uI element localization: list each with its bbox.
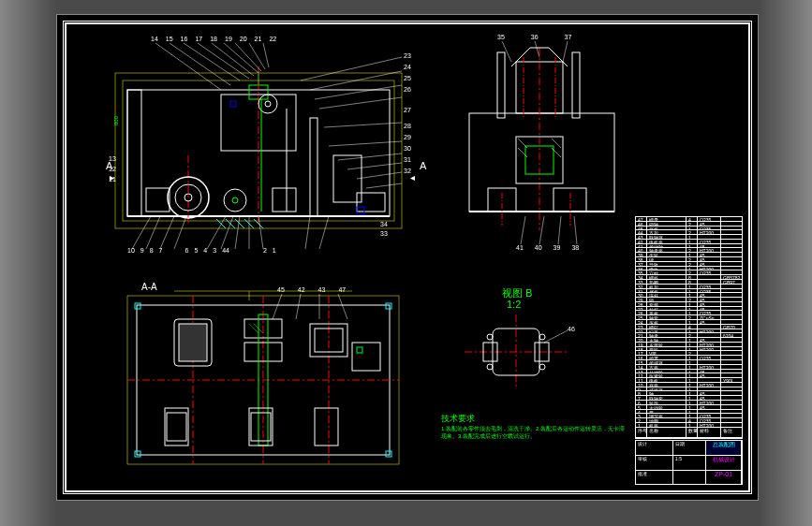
svg-point-123 xyxy=(487,334,493,340)
tb-designed: 设计 xyxy=(636,441,673,455)
callout-1: 1 xyxy=(273,247,276,254)
callout-20: 20 xyxy=(240,36,247,42)
callout-3: 3 xyxy=(213,247,216,254)
callout-33: 33 xyxy=(380,230,388,237)
svg-line-83 xyxy=(539,216,544,244)
svg-rect-104 xyxy=(249,408,273,446)
svg-line-59 xyxy=(305,216,310,249)
callout-31: 31 xyxy=(404,156,411,163)
tb-checked: 审核 xyxy=(636,456,673,470)
callout-16: 16 xyxy=(181,36,188,42)
svg-rect-110 xyxy=(386,451,391,457)
svg-line-37 xyxy=(235,43,261,71)
tb-drawing-no: ZP-01 xyxy=(706,471,742,485)
svg-line-48 xyxy=(357,172,402,179)
svg-rect-18 xyxy=(273,188,296,212)
dim-height: 800 xyxy=(113,116,119,125)
tb-sheet xyxy=(673,471,706,485)
svg-line-36 xyxy=(224,43,258,73)
svg-rect-103 xyxy=(167,413,186,441)
callout-28: 28 xyxy=(404,123,411,129)
tech-notes-body: 1.装配前各零件须去毛刺，清洗干净。2.装配后各运动件运转灵活，无卡滞现象。3.… xyxy=(441,425,628,441)
callout-5: 5 xyxy=(194,247,198,254)
svg-line-82 xyxy=(521,216,525,244)
tb-drawing-name: 总装配图 xyxy=(706,441,742,455)
callout-32: 32 xyxy=(404,168,411,174)
callout-23: 23 xyxy=(404,52,411,59)
title-block: 设计 日期 总装配图 审核 1:5 机械设计 批准 ZP-01 xyxy=(635,440,743,485)
detail-leader xyxy=(544,329,572,347)
svg-rect-107 xyxy=(135,303,140,309)
svg-line-84 xyxy=(558,216,561,244)
svg-line-96 xyxy=(249,324,258,333)
callout-13: 13 xyxy=(109,155,116,162)
svg-line-45 xyxy=(329,141,402,146)
callout-7: 7 xyxy=(159,247,163,254)
svg-line-52 xyxy=(160,216,174,249)
callout-10: 10 xyxy=(127,247,135,254)
svg-line-42 xyxy=(315,85,402,99)
svg-rect-93 xyxy=(179,324,207,361)
svg-line-43 xyxy=(319,97,402,109)
svg-rect-108 xyxy=(386,303,391,309)
callout-9: 9 xyxy=(140,247,144,254)
callout-15: 15 xyxy=(166,36,173,42)
svg-line-81 xyxy=(563,41,568,62)
svg-line-35 xyxy=(212,43,254,76)
bg-gradient-left xyxy=(0,0,56,526)
svg-line-44 xyxy=(324,123,402,127)
callout-4: 4 xyxy=(203,247,207,254)
svg-line-115 xyxy=(296,294,301,319)
detail-view xyxy=(465,314,568,389)
svg-line-117 xyxy=(338,294,347,319)
svg-line-39 xyxy=(263,43,269,67)
callout-8: 8 xyxy=(150,247,154,254)
callout-27: 27 xyxy=(404,107,411,113)
callout-21: 21 xyxy=(255,36,262,42)
callout-29: 29 xyxy=(404,134,411,140)
svg-line-75 xyxy=(518,139,527,148)
callout-26: 26 xyxy=(404,86,411,93)
callout-17: 17 xyxy=(195,36,202,42)
svg-line-127 xyxy=(544,330,568,343)
plan-leaders xyxy=(273,291,385,329)
svg-point-124 xyxy=(487,364,493,370)
callouts-bottom-right: 34 33 xyxy=(380,221,388,237)
callout-34: 34 xyxy=(380,221,388,227)
callout-44: 44 xyxy=(222,247,229,254)
callout-22: 22 xyxy=(269,36,276,42)
parts-list-table: 47螺母4Q23546销轴24545底板1Q23544支架2HT20043联轴器… xyxy=(635,216,743,439)
tb-date: 日期 xyxy=(673,441,706,455)
svg-line-114 xyxy=(273,294,282,319)
view2-top-leaders xyxy=(460,38,628,66)
svg-line-85 xyxy=(574,216,577,244)
callout-6: 6 xyxy=(185,247,189,254)
callout-24: 24 xyxy=(404,64,411,70)
callout-19: 19 xyxy=(225,36,232,42)
svg-line-60 xyxy=(319,216,329,249)
detail-scale: 1:2 xyxy=(507,299,521,310)
svg-rect-102 xyxy=(165,408,188,446)
callout-14: 14 xyxy=(151,36,158,42)
tb-scale: 1:5 xyxy=(673,456,706,470)
svg-line-56 xyxy=(235,216,240,249)
svg-line-47 xyxy=(347,163,402,169)
svg-point-126 xyxy=(539,364,545,370)
tb-company: 机械设计 xyxy=(706,456,742,470)
callouts-right-col: 23 24 25 26 27 28 29 30 31 32 xyxy=(404,52,411,174)
svg-rect-113 xyxy=(357,347,362,353)
callout-25: 25 xyxy=(404,75,411,81)
drawing-sheet: A ▸ A ◂ 14 15 16 17 18 19 20 21 22 xyxy=(56,14,759,501)
svg-line-41 xyxy=(310,71,402,90)
callouts-top-row: 14 15 16 17 18 19 20 21 22 xyxy=(151,36,276,42)
tb-approved: 批准 xyxy=(636,471,673,485)
tech-notes-header: 技术要求 xyxy=(441,413,475,425)
svg-rect-109 xyxy=(135,451,140,457)
svg-line-33 xyxy=(184,43,240,80)
svg-line-46 xyxy=(338,153,402,160)
callout-12: 12 xyxy=(109,166,116,172)
svg-line-58 xyxy=(258,216,263,249)
svg-rect-24 xyxy=(230,101,236,107)
callout-18: 18 xyxy=(210,36,217,42)
svg-rect-106 xyxy=(315,408,338,446)
